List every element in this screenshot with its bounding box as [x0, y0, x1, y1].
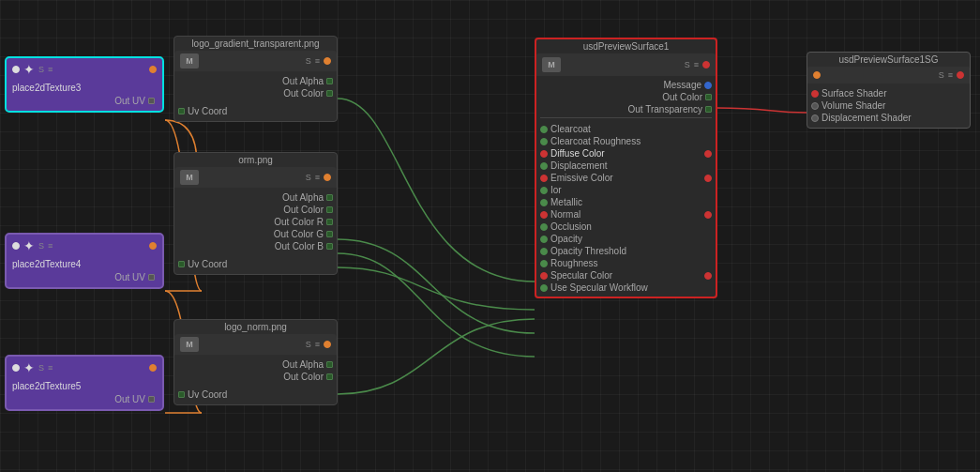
- orm-out-alpha-port: [326, 194, 333, 201]
- usd-out-transparency-label: Out Transparency: [628, 104, 702, 114]
- usd-clearcoat-label: Clearcoat: [550, 124, 591, 134]
- usd-ior-label: Ior: [550, 185, 562, 195]
- usd-out-transparency-row: Out Transparency: [536, 103, 716, 115]
- orm-out-color-r-port: [326, 219, 333, 225]
- orm-out-alpha-row: Out Alpha: [174, 191, 337, 204]
- usd-message-port: [704, 82, 712, 89]
- sg-displacement-label: Displacement Shader: [822, 113, 912, 123]
- usd-normal-right-port: [704, 211, 712, 219]
- usd-normal-port: [540, 211, 548, 219]
- sg-displacement-port: [811, 114, 819, 122]
- orm-orange-port: [324, 174, 331, 181]
- place5-body: place2dTexture5 Out UV: [7, 379, 162, 409]
- orm-node: orm.png M S ≡ Out Alpha Out Color Out Co…: [173, 152, 338, 275]
- usd-clearcoat-port: [540, 126, 548, 133]
- place3-outuv-row: Out UV: [10, 95, 158, 107]
- usd-specular-row: Specular Color: [536, 269, 716, 282]
- usd-specular-right-port: [704, 272, 712, 280]
- sg-volume-port: [811, 102, 819, 110]
- usd-surface-header: M S ≡: [536, 53, 716, 76]
- orm-body: Out Alpha Out Color Out Color R Out Colo…: [174, 188, 337, 274]
- place3-body: place2dTexture3 Out UV: [7, 81, 162, 111]
- ln-out-alpha-label: Out Alpha: [282, 359, 324, 370]
- usd-s-icon: S: [685, 60, 690, 69]
- usd-metallic-row: Metallic: [536, 196, 716, 208]
- usd-opacity-port: [540, 236, 548, 243]
- usd-clearcoat-rough-label: Clearcoat Roughness: [550, 136, 641, 146]
- usd-ior-row: Ior: [536, 184, 716, 196]
- logo-gradient-title: logo_gradient_transparent.png: [174, 37, 337, 51]
- ln-uv-coord-row: Uv Coord: [174, 388, 337, 401]
- sg-surface-port: [811, 90, 819, 98]
- usd-use-specular-port: [540, 284, 548, 292]
- usd-sg-header: S ≡: [807, 67, 970, 84]
- logo-gradient-orange-port: [324, 57, 331, 65]
- orm-out-color-g-label: Out Color G: [274, 229, 324, 239]
- place3-outuv-port: [148, 98, 155, 104]
- orm-out-color-b-row: Out Color B: [174, 240, 337, 252]
- usd-use-specular-row: Use Specular Workflow: [536, 282, 716, 294]
- place3-title: place2dTexture3: [10, 83, 158, 95]
- place5-outuv-row: Out UV: [10, 393, 158, 405]
- place3-outuv-label: Out UV: [114, 96, 145, 106]
- logo-gradient-m-icon: M: [180, 53, 199, 69]
- lg-out-color-label: Out Color: [283, 88, 324, 99]
- ln-out-color-row: Out Color: [174, 371, 337, 383]
- orm-out-color-b-port: [326, 243, 333, 250]
- place3-s-icon: S: [38, 65, 44, 74]
- place5-orange-port: [149, 364, 157, 372]
- usd-specular-label: Specular Color: [550, 270, 612, 281]
- lg-out-color-row: Out Color: [174, 87, 337, 99]
- usd-preview-surface1-node: usdPreviewSurface1 M S ≡ Message Out Col…: [535, 38, 717, 298]
- place5-s-icon: S: [38, 363, 44, 373]
- usd-diffuse-color-row: Diffuse Color: [536, 147, 716, 160]
- logo-norm-title: logo_norm.png: [174, 320, 337, 334]
- orm-uv-coord-port: [178, 261, 185, 267]
- usd-opacity-thresh-port: [540, 248, 548, 255]
- usd-sg-node: usdPreviewSurface1SG S ≡ Surface Shader …: [807, 52, 971, 129]
- orm-out-color-g-row: Out Color G: [174, 228, 337, 240]
- logo-gradient-list-icon: ≡: [315, 56, 320, 66]
- logo-norm-node: logo_norm.png M S ≡ Out Alpha Out Color …: [173, 319, 338, 405]
- lg-uv-coord-port: [178, 108, 185, 114]
- usd-emissive-port: [540, 175, 548, 182]
- place4-orange-port: [149, 242, 157, 250]
- usd-out-transparency-port: [705, 106, 712, 113]
- place3-list-icon: ≡: [48, 65, 53, 74]
- usd-specular-port: [540, 272, 548, 280]
- place2d-texture4-node: ✦ S ≡ place2dTexture4 Out UV: [5, 233, 164, 289]
- place4-title: place2dTexture4: [10, 259, 158, 271]
- logo-norm-list-icon: ≡: [315, 340, 320, 349]
- usd-sg-title: usdPreviewSurface1SG: [807, 53, 970, 67]
- place3-icon: ✦: [23, 62, 35, 77]
- orm-s-icon: S: [306, 173, 311, 182]
- lg-out-color-port: [326, 90, 333, 97]
- lg-out-alpha-port: [326, 78, 333, 84]
- sg-surface-row: Surface Shader: [807, 87, 970, 99]
- place4-outuv-label: Out UV: [114, 272, 145, 282]
- usd-ior-port: [540, 187, 548, 194]
- sg-displacement-row: Displacement Shader: [807, 112, 970, 124]
- usd-m-icon: M: [542, 57, 561, 72]
- sg-orange-port: [813, 71, 821, 79]
- usd-sg-body: Surface Shader Volume Shader Displacemen…: [807, 84, 970, 128]
- sg-volume-label: Volume Shader: [822, 100, 885, 111]
- lg-uv-coord-row: Uv Coord: [174, 105, 337, 117]
- sg-s-icon: S: [939, 70, 944, 80]
- place5-outuv-port: [148, 396, 155, 403]
- usd-opacity-row: Opacity: [536, 233, 716, 245]
- place4-white-port: [12, 242, 20, 250]
- usd-occlusion-row: Occlusion: [536, 221, 716, 233]
- logo-gradient-body: Out Alpha Out Color Uv Coord: [174, 71, 337, 121]
- usd-roughness-row: Roughness: [536, 257, 716, 269]
- lg-out-alpha-label: Out Alpha: [282, 76, 324, 86]
- place5-title: place2dTexture5: [10, 381, 158, 393]
- orm-out-color-row: Out Color: [174, 204, 337, 216]
- usd-roughness-label: Roughness: [550, 258, 598, 268]
- logo-gradient-node: logo_gradient_transparent.png M S ≡ Out …: [173, 36, 338, 122]
- orm-title: orm.png: [174, 153, 337, 167]
- place4-s-icon: S: [38, 241, 44, 251]
- usd-diffuse-color-right-port: [704, 150, 712, 158]
- usd-opacity-label: Opacity: [550, 234, 582, 244]
- ln-out-alpha-port: [326, 361, 333, 368]
